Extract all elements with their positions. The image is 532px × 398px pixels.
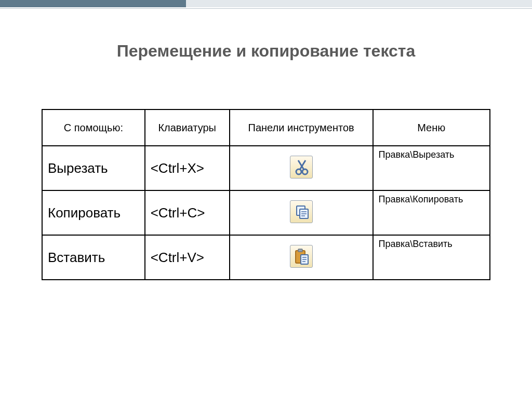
menu-path: Правка\Вырезать bbox=[373, 146, 490, 190]
action-label: Копировать bbox=[42, 190, 145, 235]
header-keyboard: Клавиатуры bbox=[145, 109, 230, 146]
slide-top-stripe bbox=[0, 0, 532, 7]
shortcuts-table: С помощью: Клавиатуры Панели инструменто… bbox=[42, 109, 490, 280]
shortcut-label: <Ctrl+V> bbox=[145, 235, 230, 280]
table-row: Копировать <Ctrl+C> Правка\Копировать bbox=[42, 190, 490, 235]
action-label: Вставить bbox=[42, 235, 145, 280]
svg-point-3 bbox=[302, 169, 308, 174]
table-row: Вырезать <Ctrl+X> Правка\Вырезать bbox=[42, 146, 490, 190]
shortcut-label: <Ctrl+C> bbox=[145, 190, 230, 235]
svg-point-2 bbox=[296, 169, 301, 174]
header-toolbar: Панели инструментов bbox=[230, 109, 373, 146]
header-menu: Меню bbox=[373, 109, 490, 146]
menu-path: Правка\Вставить bbox=[373, 235, 490, 280]
slide-top-separator bbox=[0, 8, 532, 9]
slide-title: Перемещение и копирование текста bbox=[0, 42, 532, 61]
shortcut-label: <Ctrl+X> bbox=[145, 146, 230, 190]
toolbar-icon-cell bbox=[230, 235, 373, 280]
toolbar-icon-cell bbox=[230, 146, 373, 190]
copy-icon bbox=[290, 200, 313, 223]
menu-path: Правка\Копировать bbox=[373, 190, 490, 235]
action-label: Вырезать bbox=[42, 146, 145, 190]
table-row: Вставить <Ctrl+V> Правка\Вставить bbox=[42, 235, 490, 280]
svg-rect-10 bbox=[298, 249, 302, 252]
scissors-icon bbox=[290, 156, 313, 179]
paste-icon bbox=[290, 245, 313, 268]
table-header-row: С помощью: Клавиатуры Панели инструменто… bbox=[42, 109, 490, 146]
header-with: С помощью: bbox=[42, 109, 145, 146]
toolbar-icon-cell bbox=[230, 190, 373, 235]
